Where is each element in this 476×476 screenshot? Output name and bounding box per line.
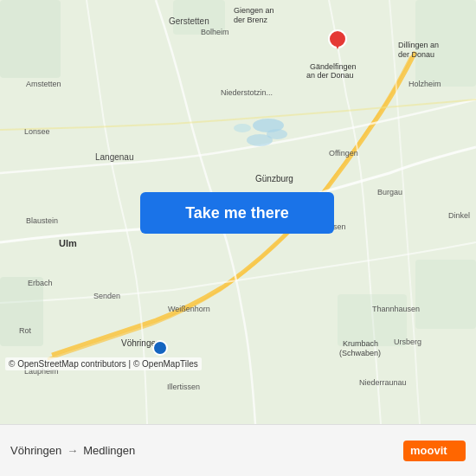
svg-text:Dillingen an: Dillingen an: [398, 41, 439, 49]
svg-text:Offingen: Offingen: [329, 149, 358, 158]
svg-text:Illertissen: Illertissen: [167, 383, 200, 391]
svg-text:Burgau: Burgau: [377, 188, 402, 196]
svg-text:der Donau: der Donau: [398, 50, 434, 59]
svg-rect-6: [0, 277, 43, 346]
svg-text:Bolheim: Bolheim: [201, 28, 229, 36]
moovit-logo: moovit: [403, 441, 466, 461]
svg-text:moovit: moovit: [410, 444, 447, 457]
svg-point-45: [153, 341, 167, 355]
map-container: Gerstetten Giengen an der Brenz Bolheim …: [0, 0, 476, 424]
svg-text:Rot: Rot: [19, 326, 32, 335]
svg-text:Erbach: Erbach: [28, 279, 53, 287]
svg-text:Niederraunau: Niederraunau: [359, 378, 407, 387]
svg-text:Gändelfingen: Gändelfingen: [310, 62, 357, 71]
route-to: Medlingen: [83, 444, 135, 457]
svg-text:Gerstetten: Gerstetten: [169, 16, 209, 26]
route-arrow: →: [67, 444, 78, 457]
moovit-branding: moovit: [403, 441, 466, 461]
footer: Vöhringen → Medlingen moovit: [0, 424, 476, 476]
svg-text:(Schwaben): (Schwaben): [339, 349, 381, 357]
svg-rect-5: [0, 0, 61, 78]
svg-text:Giengen an: Giengen an: [234, 6, 274, 15]
svg-text:Holzheim: Holzheim: [408, 80, 441, 88]
map-copyright: © OpenStreetMap contributors | © OpenMap…: [5, 357, 202, 370]
svg-point-4: [234, 124, 251, 132]
svg-text:Dinkel: Dinkel: [448, 211, 470, 220]
svg-text:Lonsee: Lonsee: [24, 127, 50, 136]
svg-text:Thannhausen: Thannhausen: [372, 305, 420, 313]
svg-rect-8: [415, 260, 476, 329]
svg-text:Ursberg: Ursberg: [394, 338, 421, 346]
svg-text:Senden: Senden: [93, 292, 120, 300]
route-info: Vöhringen → Medlingen: [10, 444, 135, 457]
take-me-there-button[interactable]: Take me there: [140, 192, 334, 234]
svg-text:Amstetten: Amstetten: [26, 80, 61, 88]
route-from: Vöhringen: [10, 444, 61, 457]
svg-text:Niederstotzin...: Niederstotzin...: [221, 88, 273, 97]
svg-text:Krumbach: Krumbach: [343, 339, 378, 348]
svg-point-3: [247, 134, 273, 146]
svg-text:Blaustein: Blaustein: [26, 216, 58, 225]
svg-text:der Brenz: der Brenz: [234, 16, 268, 24]
svg-text:Günzburg: Günzburg: [255, 174, 293, 183]
svg-text:Langenau: Langenau: [95, 152, 134, 162]
svg-text:Ulm: Ulm: [59, 238, 77, 248]
svg-text:Weißenhorn: Weißenhorn: [168, 305, 210, 313]
svg-text:an der Donau: an der Donau: [306, 71, 354, 80]
